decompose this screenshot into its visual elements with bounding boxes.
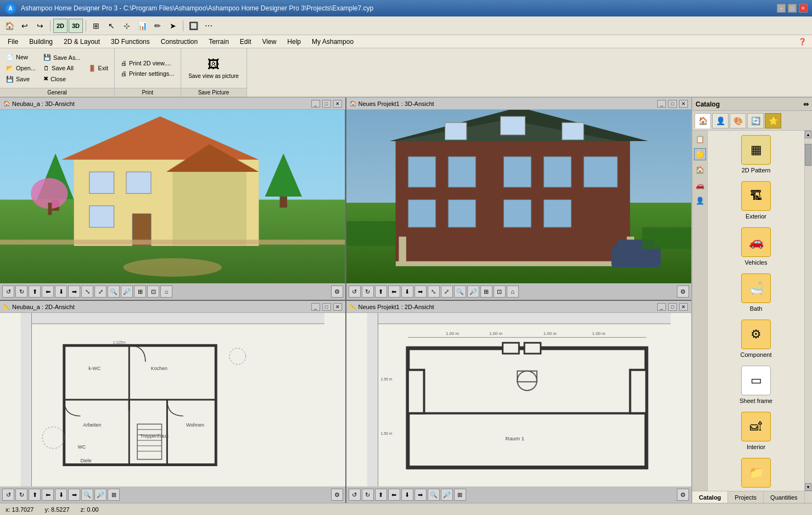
catalog-item-bath[interactable]: 🛁 Bath [712,273,800,312]
ribbon-open-button[interactable]: 📂 Open... [3,63,38,74]
menu-file[interactable]: File [2,37,24,47]
nav-btn-2dl7[interactable]: 🔍 [81,489,93,501]
menu-construction[interactable]: Construction [155,37,203,47]
nav-btn-rextra[interactable]: ⚙ [677,286,689,298]
catalog-item-vehicles[interactable]: 🚗 Vehicles [712,227,800,266]
viewport-minimize-2d-right[interactable]: _ [657,303,666,311]
menu-edit[interactable]: Edit [234,37,257,47]
nav-btn-8[interactable]: ⤢ [94,286,107,298]
nav-btn-2dl3[interactable]: ⬆ [29,489,41,501]
toolbar-icon-1[interactable]: 🏠 [2,19,16,33]
nav-btn-2dr2[interactable]: ↻ [362,489,374,501]
menu-help[interactable]: Help [282,37,306,47]
nav-btn-2dr8[interactable]: 🔎 [441,489,453,501]
catalog-item-interior[interactable]: 🛋 Interior [712,412,800,450]
nav-btn-2dl4[interactable]: ⬅ [42,489,54,501]
nav-btn-1[interactable]: ↺ [2,286,14,298]
nav-btn-4[interactable]: ⬅ [42,286,54,298]
nav-btn-r7[interactable]: ⤡ [428,286,440,298]
nav-btn-2dr3[interactable]: ⬆ [375,489,387,501]
nav-btn-2dlextra[interactable]: ⚙ [331,489,343,501]
viewport-maximize-2d-left[interactable]: □ [322,303,331,311]
nav-btn-2dr5[interactable]: ⬇ [401,489,413,501]
nav-btn-2dl2[interactable]: ↻ [15,489,27,501]
scrollbar-up[interactable]: ▲ [805,131,811,138]
catalog-tab-4[interactable]: ⭐ [765,113,781,128]
toolbar-icon-cursor[interactable]: ↖ [104,19,119,33]
scrollbar-thumb[interactable] [805,144,811,166]
menu-my-ashampoo[interactable]: My Ashampoo [306,37,359,47]
nav-btn-r6[interactable]: ➡ [415,286,427,298]
nav-btn-r12[interactable]: ⊡ [494,286,506,298]
viewport-close-3d-left[interactable]: ✕ [333,100,342,108]
ribbon-printersettings-button[interactable]: 🖨 Printer settings... [118,69,177,79]
nav-btn-3[interactable]: ⬆ [29,286,41,298]
catalog-tab-3[interactable]: 🔄 [747,113,764,128]
ribbon-new-button[interactable]: 📄 New [3,52,38,63]
toolbar-icon-arrow[interactable]: ➤ [166,19,180,33]
catalog-item-2dpattern[interactable]: ▦ 2D Pattern [712,135,800,173]
toolbar-icon-chart[interactable]: 📊 [135,19,149,33]
menu-3d-functions[interactable]: 3D Functions [105,37,155,47]
ribbon-save-button[interactable]: 💾 Save [3,74,38,85]
toolbar-3d-button[interactable]: 3D [69,19,83,33]
viewport-minimize-3d-right[interactable]: _ [657,100,666,108]
nav-btn-rhome[interactable]: ⌂ [507,286,519,298]
toolbar-icon-grid[interactable]: ⊞ [89,19,103,33]
viewport-close-3d-right[interactable]: ✕ [679,100,688,108]
nav-btn-r2[interactable]: ↻ [362,286,374,298]
toolbar-icon-snap[interactable]: 🔲 [186,19,200,33]
menu-help-icon[interactable]: ❓ [798,38,810,46]
nav-btn-2dl6[interactable]: ➡ [68,489,80,501]
catalog-side-icon-1[interactable]: 🟡 [694,148,706,160]
nav-btn-12[interactable]: ⊡ [147,286,159,298]
minimize-button[interactable]: – [777,4,786,13]
close-button[interactable]: ✕ [799,4,808,13]
nav-btn-2dl5[interactable]: ⬇ [55,489,67,501]
nav-btn-7[interactable]: ⤡ [81,286,93,298]
nav-btn-2dr6[interactable]: ➡ [415,489,427,501]
toolbar-icon-undo[interactable]: ↩ [18,19,32,33]
nav-btn-r5[interactable]: ⬇ [401,286,413,298]
catalog-side-icon-4[interactable]: 👤 [694,194,706,206]
toolbar-icon-more[interactable]: ⋯ [201,19,216,33]
catalog-item-exterior[interactable]: 🏗 Exterior [712,181,800,220]
nav-btn-6[interactable]: ➡ [68,286,80,298]
tab-projects[interactable]: Projects [728,491,764,503]
nav-btn-home[interactable]: ⌂ [160,286,172,298]
tab-catalog[interactable]: Catalog [692,491,728,503]
viewport-minimize-3d-left[interactable]: _ [311,100,320,108]
nav-btn-2dl8[interactable]: 🔎 [94,489,107,501]
ribbon-saveall-button[interactable]: 🗒 Save All [41,63,83,73]
nav-btn-extra[interactable]: ⚙ [331,286,343,298]
catalog-scrollbar[interactable]: ▲ ▼ [804,131,812,491]
nav-btn-r3[interactable]: ⬆ [375,286,387,298]
menu-building[interactable]: Building [24,37,58,47]
catalog-item-component[interactable]: ⚙ Component [712,320,800,358]
viewport-maximize-3d-right[interactable]: □ [668,100,677,108]
nav-btn-2dr7[interactable]: 🔍 [428,489,440,501]
viewport-maximize-2d-right[interactable]: □ [668,303,677,311]
viewport-maximize-3d-left[interactable]: □ [322,100,331,108]
toolbar-2d-button[interactable]: 2D [53,19,68,33]
catalog-tab-2[interactable]: 🎨 [730,113,746,128]
ribbon-exit-button[interactable]: 🚪 Exit [86,63,111,74]
catalog-item-more[interactable]: 📁 More... [712,458,800,491]
maximize-button[interactable]: □ [788,4,797,13]
catalog-side-icon-2[interactable]: 🏠 [694,164,706,176]
viewport-close-2d-left[interactable]: ✕ [333,303,342,311]
catalog-side-icon-0[interactable]: 📋 [694,133,706,145]
nav-btn-r8[interactable]: ⤢ [441,286,453,298]
nav-btn-11[interactable]: ⊞ [134,286,146,298]
nav-btn-5[interactable]: ⬇ [55,286,67,298]
nav-btn-9[interactable]: 🔍 [108,286,120,298]
viewport-minimize-2d-left[interactable]: _ [311,303,320,311]
catalog-tab-0[interactable]: 🏠 [695,113,711,128]
ribbon-print2d-button[interactable]: 🖨 Print 2D view.... [118,58,177,68]
nav-btn-2drextra[interactable]: ⚙ [677,489,689,501]
toolbar-icon-redo[interactable]: ↪ [33,19,47,33]
nav-btn-r4[interactable]: ⬅ [388,286,400,298]
catalog-tab-1[interactable]: 👤 [712,113,729,128]
menu-2d-layout[interactable]: 2D & Layout [58,37,105,47]
nav-btn-2dr4[interactable]: ⬅ [388,489,400,501]
